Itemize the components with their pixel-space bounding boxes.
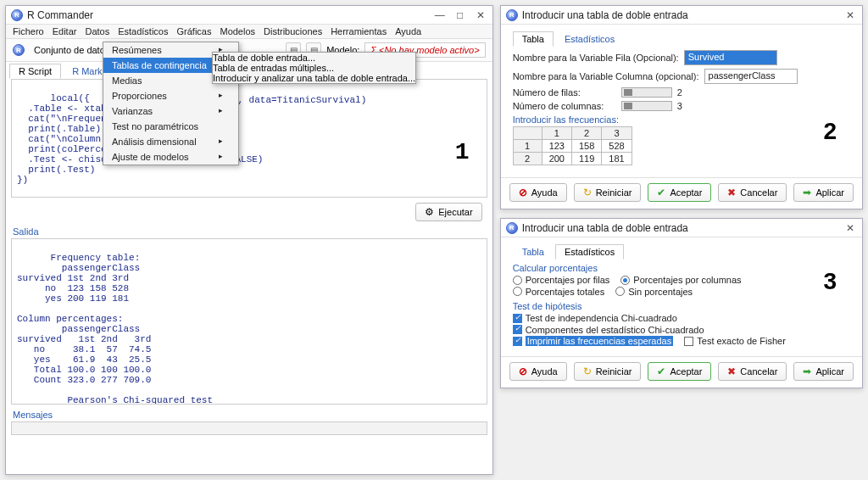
stat-nonparam[interactable]: Test no paramétricos bbox=[103, 119, 238, 134]
r-logo-icon: R bbox=[506, 222, 518, 234]
check-chisq[interactable]: Test de independencia Chi-cuadrado bbox=[513, 313, 677, 323]
close-button[interactable]: ✕ bbox=[474, 9, 487, 21]
radio-pct-col[interactable]: Porcentajes por columnas bbox=[620, 275, 741, 285]
window-title: R Commander bbox=[27, 9, 93, 21]
col-var-input[interactable]: passengerClass bbox=[704, 69, 798, 84]
menu-modelos[interactable]: Modelos bbox=[220, 26, 255, 36]
r-logo-icon: R bbox=[506, 9, 518, 21]
sub-tabla-multiples[interactable]: Tabla de entradas múltiples... bbox=[213, 63, 415, 73]
gear-run-icon: ⚙ bbox=[425, 206, 434, 218]
execute-button[interactable]: ⚙ Ejecutar bbox=[415, 203, 481, 221]
mensajes-label: Mensajes bbox=[6, 408, 492, 421]
titlebar: R R Commander — □ ✕ bbox=[6, 6, 492, 25]
menu-datos[interactable]: Datos bbox=[85, 26, 109, 36]
dataset-label: Conjunto de dato bbox=[34, 45, 105, 55]
cancel-button[interactable]: ✖Cancelar bbox=[718, 362, 787, 381]
tab-estadisticos[interactable]: Estadísticos bbox=[555, 31, 624, 47]
r-logo-icon: R bbox=[13, 44, 25, 56]
reset-icon: ↻ bbox=[583, 366, 592, 377]
row-var-label: Nombre para la Variable Fila (Opcional): bbox=[513, 53, 679, 63]
close-button[interactable]: ✕ bbox=[843, 9, 857, 21]
pct-group-label: Calcular porcentajes bbox=[513, 263, 850, 273]
menubar: Fichero Editar Datos Estadísticos Gráfic… bbox=[6, 25, 492, 39]
check-fisher[interactable]: Test exacto de Fisher bbox=[684, 336, 786, 346]
freq-label: Introducir las frecuencias: bbox=[513, 114, 850, 125]
check-expected[interactable]: Imprimir las frecuencias esperadas bbox=[513, 336, 674, 346]
ncols-label: Número de columnas: bbox=[513, 101, 616, 111]
apply-icon: ➡ bbox=[803, 187, 811, 198]
nrows-label: Número de filas: bbox=[513, 87, 616, 98]
r-logo-icon: R bbox=[11, 9, 23, 21]
dialog3-buttons: ⊘Ayuda ↻Reiniciar ✔Aceptar ✖Cancelar ➡Ap… bbox=[501, 356, 862, 388]
menu-herramientas[interactable]: Herramientas bbox=[331, 26, 387, 36]
apply-button[interactable]: ➡Aplicar bbox=[793, 362, 854, 381]
dialog3-title: Introducir una tabla de doble entrada bbox=[522, 222, 688, 234]
salida-label: Salida bbox=[6, 225, 492, 238]
tab-tabla[interactable]: Tabla bbox=[513, 31, 554, 47]
menu-estadisticos[interactable]: Estadísticos bbox=[118, 26, 168, 36]
menu-ayuda[interactable]: Ayuda bbox=[395, 26, 421, 36]
annotation-1: 1 bbox=[455, 139, 470, 165]
help-button[interactable]: ⊘Ayuda bbox=[509, 362, 567, 381]
stat-proporciones[interactable]: Proporciones bbox=[103, 88, 238, 103]
output-text: Frequency table: passengerClass survived… bbox=[17, 253, 269, 405]
reset-icon: ↻ bbox=[583, 187, 592, 198]
mensajes-pane[interactable] bbox=[11, 421, 487, 435]
cancel-icon: ✖ bbox=[727, 187, 736, 198]
sub-tabla-doble[interactable]: Tabla de doble entrada... bbox=[213, 53, 415, 63]
dialog-tabla: R Introducir una tabla de doble entrada … bbox=[500, 5, 863, 209]
cancel-icon: ✖ bbox=[727, 366, 736, 377]
help-icon: ⊘ bbox=[519, 187, 527, 198]
apply-button[interactable]: ➡Aplicar bbox=[793, 183, 854, 202]
dialog2-buttons: ⊘Ayuda ↻Reiniciar ✔Aceptar ✖Cancelar ➡Ap… bbox=[501, 177, 862, 209]
row-var-input[interactable]: Survived bbox=[684, 50, 777, 65]
rcommander-window: R R Commander — □ ✕ Fichero Editar Datos… bbox=[5, 5, 493, 475]
apply-icon: ➡ bbox=[803, 366, 811, 377]
help-icon: ⊘ bbox=[519, 366, 527, 377]
maximize-button[interactable]: □ bbox=[453, 9, 467, 21]
cancel-button[interactable]: ✖Cancelar bbox=[718, 183, 787, 202]
reset-button[interactable]: ↻Reiniciar bbox=[574, 183, 642, 202]
accept-button[interactable]: ✔Aceptar bbox=[648, 183, 711, 202]
check-icon: ✔ bbox=[657, 366, 665, 377]
menu-graficas[interactable]: Gráficas bbox=[177, 26, 212, 36]
close-button[interactable]: ✕ bbox=[843, 222, 857, 234]
stat-varianzas[interactable]: Varianzas bbox=[103, 103, 238, 119]
nrows-value: 2 bbox=[677, 87, 682, 98]
help-button[interactable]: ⊘Ayuda bbox=[509, 183, 567, 202]
tab-estadisticos[interactable]: Estadísticos bbox=[555, 244, 624, 260]
menu-distribuciones[interactable]: Distribuciones bbox=[264, 26, 322, 36]
menu-fichero[interactable]: Fichero bbox=[13, 26, 44, 36]
annotation-3: 3 bbox=[823, 268, 837, 295]
check-icon: ✔ bbox=[657, 187, 665, 198]
radio-pct-none[interactable]: Sin porcentajes bbox=[615, 287, 693, 297]
minimize-button[interactable]: — bbox=[433, 9, 447, 21]
ncols-value: 3 bbox=[677, 101, 682, 111]
col-var-label: Nombre para la Variable Columna (opciona… bbox=[513, 71, 699, 81]
tab-rscript[interactable]: R Script bbox=[9, 64, 61, 79]
hyp-group-label: Test de hipótesis bbox=[513, 301, 850, 311]
radio-pct-total[interactable]: Porcentajes totales bbox=[513, 287, 605, 297]
stat-submenu: Tabla de doble entrada... Tabla de entra… bbox=[212, 52, 416, 84]
menu-editar[interactable]: Editar bbox=[53, 26, 77, 36]
annotation-2: 2 bbox=[823, 118, 837, 145]
sub-introducir-analizar[interactable]: Introducir y analizar una tabla de doble… bbox=[213, 73, 415, 83]
reset-button[interactable]: ↻Reiniciar bbox=[574, 362, 642, 381]
output-pane[interactable]: Frequency table: passengerClass survived… bbox=[11, 238, 487, 405]
ncols-slider[interactable] bbox=[621, 101, 672, 111]
execute-label: Ejecutar bbox=[438, 207, 472, 217]
script-pane[interactable]: local({ .Table <- xtab cat("\nFrequenc p… bbox=[11, 79, 487, 198]
accept-button[interactable]: ✔Aceptar bbox=[648, 362, 711, 381]
stat-ajuste[interactable]: Ajuste de modelos bbox=[103, 149, 238, 165]
nrows-slider[interactable] bbox=[621, 87, 672, 98]
radio-pct-row[interactable]: Porcentajes por filas bbox=[513, 275, 610, 285]
stat-dimensional[interactable]: Análisis dimensional bbox=[103, 134, 238, 149]
tab-tabla[interactable]: Tabla bbox=[513, 244, 554, 260]
dialog-estadisticos: R Introducir una tabla de doble entrada … bbox=[500, 218, 863, 388]
check-components[interactable]: Componentes del estadístico Chi-cuadrado bbox=[513, 325, 704, 335]
freq-table[interactable]: 123 1123158528 2200119181 bbox=[513, 126, 632, 165]
dialog2-title: Introducir una tabla de doble entrada bbox=[522, 9, 688, 21]
